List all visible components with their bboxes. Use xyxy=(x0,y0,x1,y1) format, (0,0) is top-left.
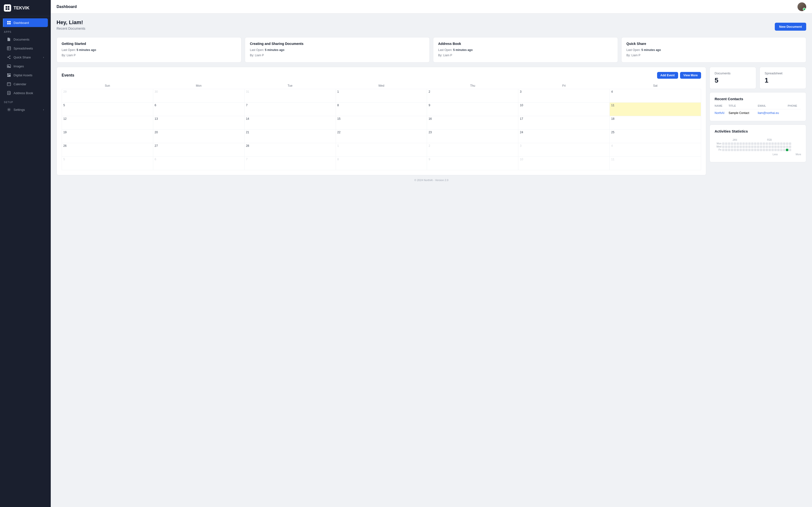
calendar-day[interactable]: 3 xyxy=(518,143,610,157)
sidebar-item-dashboard[interactable]: Dashboard xyxy=(3,18,48,27)
calendar-day[interactable]: 18 xyxy=(610,116,701,130)
calendar-day[interactable]: 5 xyxy=(62,157,153,170)
activity-months: JAN FEB xyxy=(715,138,801,141)
calendar-day[interactable]: 16 xyxy=(427,116,518,130)
calendar-day[interactable]: 10 xyxy=(518,157,610,170)
add-event-button[interactable]: Add Event xyxy=(657,72,678,79)
calendar-day[interactable]: 6 xyxy=(153,157,244,170)
calendar-day[interactable]: 13 xyxy=(153,116,244,130)
sidebar-item-label: Digital Assets xyxy=(13,73,33,77)
calendar-day[interactable]: 9 xyxy=(427,103,518,116)
page-content: Hey, Liam! Recent Documents New Document… xyxy=(51,13,812,507)
calendar-day[interactable]: 26 xyxy=(62,143,153,157)
calendar-day[interactable]: 29 xyxy=(62,89,153,103)
sidebar-item-quick-share[interactable]: Quick Share › xyxy=(3,53,48,62)
calendar-day[interactable]: 2 xyxy=(427,143,518,157)
calendar-day[interactable]: 21 xyxy=(244,130,336,143)
sidebar-item-spreadsheets[interactable]: Spreadsheets xyxy=(3,44,48,53)
doc-card-2[interactable]: Address Book Last Open: 5 minutes ago By… xyxy=(433,37,618,62)
calendar-day[interactable]: 9 xyxy=(427,157,518,170)
calendar-day[interactable]: 22 xyxy=(336,130,427,143)
svg-line-18 xyxy=(8,57,9,58)
doc-card-1[interactable]: Creating and Sharing Documents Last Open… xyxy=(245,37,430,62)
bottom-row: Events Add Event View More Sun Mon Tue W… xyxy=(57,67,806,175)
row-label-wed: Wed xyxy=(715,145,721,148)
activity-cell xyxy=(777,149,779,151)
calendar-day[interactable]: 7 xyxy=(244,157,336,170)
sidebar-item-settings[interactable]: Settings › xyxy=(3,105,48,114)
sidebar-item-label: Documents xyxy=(13,38,30,41)
calendar-section: Events Add Event View More Sun Mon Tue W… xyxy=(57,67,706,175)
calendar-day[interactable]: 20 xyxy=(153,130,244,143)
calendar-day[interactable]: 27 xyxy=(153,143,244,157)
doc-card-0[interactable]: Getting Started Last Open: 5 minutes ago… xyxy=(57,37,242,62)
calendar-day[interactable]: 11 xyxy=(610,157,701,170)
calendar-day[interactable]: 31 xyxy=(244,89,336,103)
sidebar-item-address-book[interactable]: Address Book xyxy=(3,89,48,97)
calendar-day[interactable]: 17 xyxy=(518,116,610,130)
activity-cell xyxy=(783,146,785,148)
sidebar-item-calendar[interactable]: Calendar xyxy=(3,80,48,89)
legend-cell-1 xyxy=(782,153,784,156)
doc-meta: Last Open: 5 minutes ago By: Liam P xyxy=(250,48,424,58)
col-title: TITLE xyxy=(729,104,758,109)
sidebar-item-images[interactable]: Images xyxy=(3,62,48,70)
topbar: Dashboard xyxy=(51,0,812,13)
activity-cell xyxy=(743,146,745,148)
calendar-day[interactable]: 1 xyxy=(336,89,427,103)
calendar-day[interactable]: 8 xyxy=(336,103,427,116)
calendar-day[interactable]: 19 xyxy=(62,130,153,143)
activity-cell xyxy=(737,149,739,151)
view-more-button[interactable]: View More xyxy=(680,72,701,79)
by-value: Liam P xyxy=(631,54,641,57)
cal-header-sun: Sun xyxy=(62,82,153,89)
activity-cell xyxy=(751,143,754,145)
contact-email-link[interactable]: liam@northai.eu xyxy=(758,111,779,115)
activity-cell xyxy=(786,149,788,151)
calendar-day[interactable]: 10 xyxy=(518,103,610,116)
contacts-title: Recent Contacts xyxy=(715,97,801,101)
calendar-day[interactable]: 4 xyxy=(610,143,701,157)
sidebar-item-documents[interactable]: Documents xyxy=(3,35,48,44)
calendar-day[interactable]: 1 xyxy=(336,143,427,157)
calendar-day[interactable]: 5 xyxy=(62,103,153,116)
svg-rect-9 xyxy=(8,40,9,40)
calendar-day[interactable]: 12 xyxy=(62,116,153,130)
avatar[interactable] xyxy=(798,2,806,11)
calendar-day[interactable]: 25 xyxy=(610,130,701,143)
calendar-day[interactable]: 6 xyxy=(153,103,244,116)
calendar-day[interactable]: 14 xyxy=(244,116,336,130)
settings-icon xyxy=(7,107,11,112)
calendar-day[interactable]: 4 xyxy=(610,89,701,103)
activity-cell xyxy=(754,149,756,151)
activity-cell xyxy=(780,149,782,151)
calendar-day[interactable]: 28 xyxy=(244,143,336,157)
calendar-day[interactable]: 11 xyxy=(610,103,701,116)
doc-meta: Last Open: 5 minutes ago By: Liam P xyxy=(626,48,801,58)
by-value: Liam P xyxy=(67,54,75,57)
calendar-day[interactable]: 8 xyxy=(336,157,427,170)
activity-cell xyxy=(737,146,739,148)
stat-card-documents: Documents 5 xyxy=(710,67,756,89)
doc-card-3[interactable]: Quick Share Last Open: 5 minutes ago By:… xyxy=(621,37,806,62)
sidebar: TEKVIK Dashboard APPS xyxy=(0,0,51,507)
by-value: Liam P xyxy=(255,54,264,57)
assets-icon xyxy=(7,73,11,77)
calendar-day[interactable]: 15 xyxy=(336,116,427,130)
calendar-day[interactable]: 2 xyxy=(427,89,518,103)
calendar-day[interactable]: 24 xyxy=(518,130,610,143)
events-actions: Add Event View More xyxy=(657,72,701,79)
calendar-day[interactable]: 30 xyxy=(153,89,244,103)
new-document-button[interactable]: New Document xyxy=(775,23,806,31)
activity-cell xyxy=(731,143,733,145)
activity-cell xyxy=(763,149,765,151)
calendar-day[interactable]: 7 xyxy=(244,103,336,116)
sidebar-item-digital-assets[interactable]: Digital Assets xyxy=(3,71,48,79)
setup-nav: Settings › xyxy=(0,105,51,114)
activity-cell xyxy=(731,146,733,148)
contact-name-link[interactable]: NorthAI xyxy=(715,111,724,115)
avatar-image xyxy=(798,2,806,11)
calendar-day[interactable]: 23 xyxy=(427,130,518,143)
calendar-day[interactable]: 3 xyxy=(518,89,610,103)
activity-cell xyxy=(763,143,765,145)
